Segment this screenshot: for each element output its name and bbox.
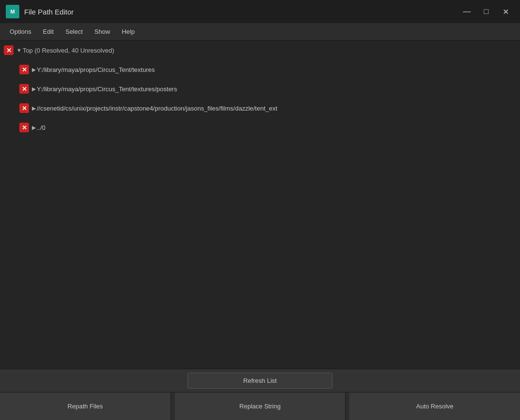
replace-string-button[interactable]: Replace String — [175, 392, 346, 420]
button-spacer-1 — [171, 392, 175, 420]
tree-row[interactable]: ✕ ▶ ../0 — [0, 118, 520, 137]
menu-item-help[interactable]: Help — [116, 26, 141, 37]
expand-icon-3: ▶ — [32, 105, 36, 112]
path-label-1: Y:/library/maya/props/Circus_Tent/textur… — [37, 66, 155, 73]
expand-icon-4: ▶ — [32, 125, 36, 131]
path-label-2: Y:/library/maya/props/Circus_Tent/textur… — [37, 85, 177, 93]
expand-icon-2: ▶ — [32, 86, 36, 92]
root-expand-icon: ▼ — [16, 47, 22, 53]
maximize-button[interactable]: □ — [477, 4, 495, 19]
refresh-button[interactable]: Refresh List — [188, 373, 332, 389]
title-bar-left: M File Path Editor — [6, 5, 74, 18]
error-icon-3: ✕ — [19, 103, 29, 113]
error-icon-2: ✕ — [19, 84, 29, 94]
root-error-icon: ✕ — [4, 45, 14, 55]
tree-row[interactable]: ✕ ▶ Y:/library/maya/props/Circus_Tent/te… — [0, 79, 520, 98]
tree-root-row[interactable]: ✕ ▼ Top (0 Resolved, 40 Unresolved) — [0, 41, 520, 60]
error-icon-1: ✕ — [19, 65, 29, 74]
refresh-bar: Refresh List — [0, 369, 520, 392]
root-label: Top (0 Resolved, 40 Unresolved) — [23, 47, 114, 54]
app-title: File Path Editor — [24, 8, 74, 16]
tree-row[interactable]: ✕ ▶ Y:/library/maya/props/Circus_Tent/te… — [0, 60, 520, 79]
menu-item-edit[interactable]: Edit — [37, 26, 59, 37]
maya-logo: M — [6, 5, 19, 18]
menu-item-select[interactable]: Select — [59, 26, 88, 37]
tree-row[interactable]: ✕ ▶ //csenetid/cs/unix/projects/instr/ca… — [0, 98, 520, 118]
auto-resolve-button[interactable]: Auto Resolve — [349, 392, 520, 420]
path-label-4: ../0 — [37, 124, 45, 131]
title-bar: M File Path Editor — □ ✕ — [0, 0, 520, 23]
repath-files-button[interactable]: Repath Files — [0, 392, 171, 420]
menu-bar: Options Edit Select Show Help — [0, 23, 520, 41]
error-icon-4: ✕ — [19, 123, 29, 132]
tree-area: ✕ ▼ Top (0 Resolved, 40 Unresolved) ✕ ▶ … — [0, 41, 520, 369]
minimize-button[interactable]: — — [458, 4, 476, 19]
close-button[interactable]: ✕ — [497, 4, 514, 19]
action-bar: Repath Files Replace String Auto Resolve — [0, 392, 520, 420]
expand-icon-1: ▶ — [32, 67, 36, 73]
menu-item-show[interactable]: Show — [88, 26, 116, 37]
path-label-3: //csenetid/cs/unix/projects/instr/capsto… — [37, 105, 277, 112]
menu-item-options[interactable]: Options — [4, 26, 37, 37]
title-bar-controls: — □ ✕ — [458, 4, 514, 19]
button-spacer-2 — [346, 392, 349, 420]
